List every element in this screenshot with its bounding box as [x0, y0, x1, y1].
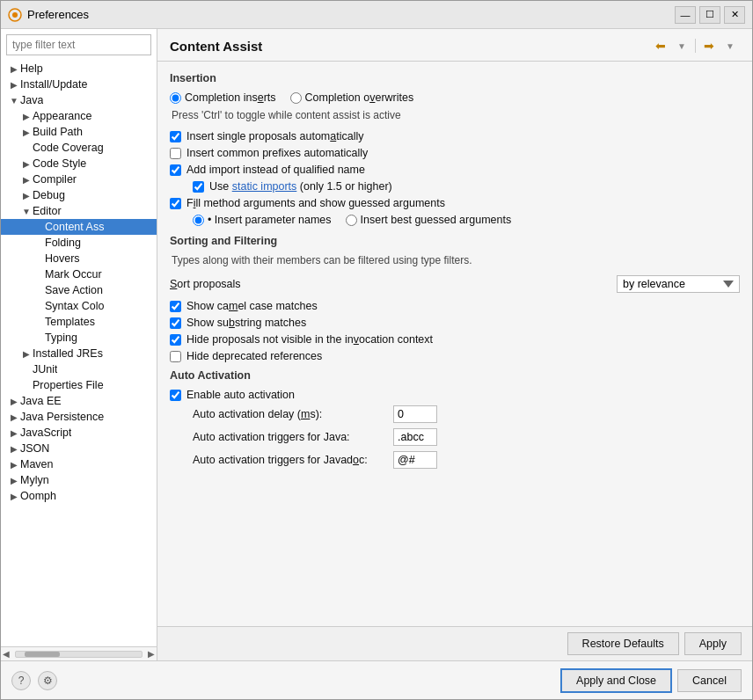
sidebar-item-json[interactable]: ▶ JSON: [1, 441, 157, 456]
footer: ? ⚙ Apply and Close Cancel: [1, 660, 752, 699]
sidebar-item-templates[interactable]: Templates: [1, 314, 157, 330]
completion-overwrites-input[interactable]: [290, 92, 302, 104]
forward-button[interactable]: ➡: [699, 36, 719, 55]
insert-common-prefixes-label: Insert common prefixes automatically: [186, 147, 368, 159]
insert-best-guessed-input[interactable]: [346, 215, 357, 226]
sidebar-item-label: Mylyn: [20, 474, 49, 486]
sidebar-scrollbar-container: ◀ ▶: [1, 646, 157, 660]
show-substring-input[interactable]: [170, 317, 181, 329]
use-static-imports-label: Use static imports (only 1.5 or higher): [209, 180, 392, 193]
sidebar-item-javascript[interactable]: ▶ JavaScript: [1, 425, 157, 441]
insert-best-guessed-radio[interactable]: Insert best guessed arguments: [346, 214, 512, 226]
sidebar-item-syntax-color[interactable]: Syntax Colo: [1, 298, 157, 314]
sidebar-item-mylyn[interactable]: ▶ Mylyn: [1, 472, 157, 488]
javadoc-triggers-label: Auto activation triggers for Javadoc:: [193, 454, 386, 466]
sidebar-item-installed-jres[interactable]: ▶ Installed JREs: [1, 346, 157, 361]
sidebar-item-typing[interactable]: Typing: [1, 330, 157, 346]
sidebar-item-appearance[interactable]: ▶ Appearance: [1, 108, 157, 124]
hide-not-visible-input[interactable]: [170, 334, 181, 346]
sidebar-item-java[interactable]: ▼ Java: [1, 92, 157, 108]
use-static-imports-cb[interactable]: Use static imports (only 1.5 or higher): [193, 180, 740, 193]
sidebar-item-junit[interactable]: JUnit: [1, 361, 157, 377]
hide-deprecated-cb[interactable]: Hide deprecated references: [170, 350, 740, 362]
maximize-button[interactable]: ☐: [699, 6, 720, 24]
hide-deprecated-input[interactable]: [170, 351, 181, 362]
completion-inserts-label: Completion inserts: [185, 91, 276, 104]
auto-delay-input[interactable]: [393, 405, 437, 423]
minimize-button[interactable]: —: [675, 6, 696, 24]
static-imports-link[interactable]: static imports: [232, 180, 297, 193]
java-triggers-input[interactable]: [393, 428, 437, 446]
toggle-icon: ▼: [8, 94, 20, 106]
show-substring-cb[interactable]: Show substring matches: [170, 317, 740, 329]
sidebar-scrollbar[interactable]: [15, 651, 143, 658]
javadoc-triggers-input[interactable]: [393, 451, 437, 469]
sidebar-item-help[interactable]: ▶ Help: [1, 61, 157, 77]
completion-overwrites-radio[interactable]: Completion overwrites: [290, 91, 414, 104]
sort-proposals-select[interactable]: by relevance alphabetically: [617, 275, 740, 293]
insert-single-proposals-cb[interactable]: Insert single proposals automatically: [170, 130, 740, 142]
scroll-left-btn[interactable]: ◀: [1, 649, 11, 659]
add-import-input[interactable]: [170, 164, 181, 176]
insert-single-proposals-input[interactable]: [170, 131, 181, 142]
toggle-icon: ▶: [20, 157, 33, 170]
forward-dropdown-button[interactable]: ▼: [720, 36, 740, 55]
cancel-button[interactable]: Cancel: [677, 669, 742, 692]
sidebar-item-java-ee[interactable]: ▶ Java EE: [1, 393, 157, 409]
fill-method-arguments-input[interactable]: [170, 198, 181, 209]
sidebar-item-build-path[interactable]: ▶ Build Path: [1, 124, 157, 140]
insert-parameter-names-input[interactable]: [193, 215, 204, 226]
hide-not-visible-cb[interactable]: Hide proposals not visible in the invoca…: [170, 333, 740, 346]
sidebar-item-label: Save Action: [45, 284, 103, 296]
completion-inserts-radio[interactable]: Completion inserts: [170, 91, 276, 104]
insert-parameter-names-radio[interactable]: • Insert parameter names: [193, 214, 332, 226]
apply-and-close-button[interactable]: Apply and Close: [560, 668, 672, 693]
sidebar-item-code-coverage[interactable]: Code Coverag: [1, 140, 157, 156]
sidebar-item-label: Code Style: [33, 157, 86, 170]
insert-common-prefixes-input[interactable]: [170, 148, 181, 159]
sidebar-item-content-assist[interactable]: Content Ass: [1, 219, 157, 235]
add-import-cb[interactable]: Add import instead of qualified name: [170, 164, 740, 176]
sidebar-item-editor[interactable]: ▼ Editor: [1, 203, 157, 219]
auto-delay-row: Auto activation delay (ms):: [193, 405, 740, 423]
filter-input[interactable]: [6, 34, 151, 55]
show-camel-case-cb[interactable]: Show camel case matches: [170, 300, 740, 312]
sidebar-item-compiler[interactable]: ▶ Compiler: [1, 171, 157, 187]
sidebar-item-debug[interactable]: ▶ Debug: [1, 187, 157, 203]
sidebar-item-label: Maven: [20, 458, 54, 470]
apply-button[interactable]: Apply: [684, 632, 742, 655]
sidebar-item-oomph[interactable]: ▶ Oomph: [1, 488, 157, 504]
sidebar-item-maven[interactable]: ▶ Maven: [1, 456, 157, 472]
enable-auto-activation-input[interactable]: [170, 390, 181, 401]
sidebar-item-mark-occur[interactable]: Mark Occur: [1, 266, 157, 282]
sidebar-item-label: Java: [20, 94, 43, 106]
type-filters-link[interactable]: type filters: [420, 254, 469, 266]
fill-method-arguments-cb[interactable]: Fill method arguments and show guessed a…: [170, 197, 740, 209]
sidebar-item-properties-file[interactable]: Properties File: [1, 377, 157, 393]
sidebar-item-java-persistence[interactable]: ▶ Java Persistence: [1, 409, 157, 425]
sidebar-item-hovers[interactable]: Hovers: [1, 251, 157, 266]
enable-auto-activation-label: Enable auto activation: [186, 389, 295, 401]
use-static-imports-input[interactable]: [193, 181, 204, 193]
completion-inserts-input[interactable]: [170, 92, 181, 104]
show-camel-case-input[interactable]: [170, 301, 181, 312]
restore-defaults-button[interactable]: Restore Defaults: [567, 632, 679, 655]
sidebar-item-install-update[interactable]: ▶ Install/Update: [1, 77, 157, 92]
sidebar-item-save-action[interactable]: Save Action: [1, 282, 157, 298]
close-button[interactable]: ✕: [724, 6, 745, 24]
sidebar-item-label: Compiler: [33, 173, 77, 186]
insert-single-proposals-label: Insert single proposals automatically: [186, 130, 364, 142]
enable-auto-activation-cb[interactable]: Enable auto activation: [170, 389, 740, 401]
help-icon-button[interactable]: ?: [11, 671, 31, 690]
settings-icon-button[interactable]: ⚙: [38, 671, 57, 690]
back-dropdown-button[interactable]: ▼: [672, 36, 691, 55]
toggle-icon: [33, 252, 45, 265]
scroll-right-btn[interactable]: ▶: [146, 649, 157, 659]
sidebar-item-folding[interactable]: Folding: [1, 235, 157, 251]
java-triggers-label: Auto activation triggers for Java:: [193, 431, 386, 443]
back-button[interactable]: ⬅: [651, 36, 670, 55]
sidebar-item-code-style[interactable]: ▶ Code Style: [1, 156, 157, 171]
sidebar-item-label: Install/Update: [20, 78, 87, 91]
insert-common-prefixes-cb[interactable]: Insert common prefixes automatically: [170, 147, 740, 159]
panel-header: Content Assist ⬅ ▼ ➡ ▼: [157, 29, 752, 62]
